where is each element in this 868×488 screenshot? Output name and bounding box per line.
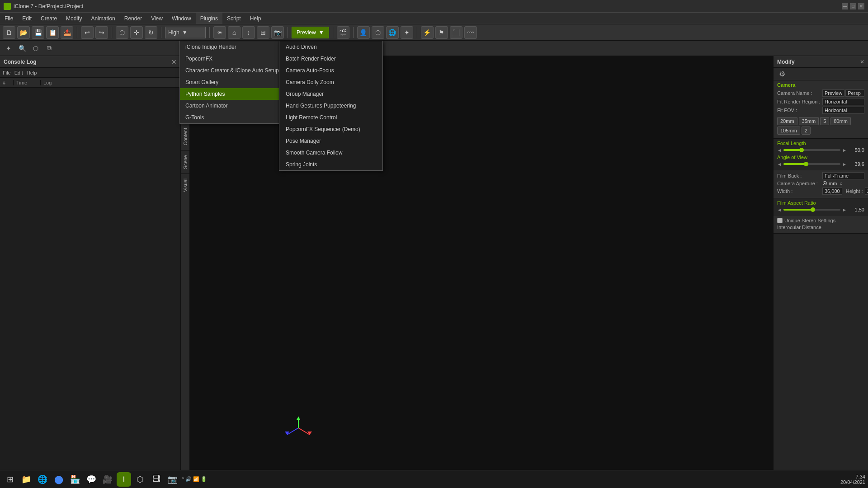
taskbar-explorer[interactable]: 📁 xyxy=(19,472,33,487)
mm-2[interactable]: 2 xyxy=(802,127,811,135)
focal-track[interactable] xyxy=(783,149,840,151)
open-button[interactable]: 📂 xyxy=(17,26,30,39)
move-button[interactable]: ✛ xyxy=(130,26,143,39)
py-group-manager[interactable]: Group Manager xyxy=(279,88,382,100)
path-btn[interactable]: 〰 xyxy=(464,26,477,39)
scene-btn[interactable]: 🌐 xyxy=(386,26,399,39)
mm-105[interactable]: 105mm xyxy=(777,127,800,135)
plugins-smart-gallery[interactable]: Smart Gallery ▶ xyxy=(180,76,288,88)
py-audio-driven[interactable]: Audio Driven xyxy=(279,41,382,53)
aspect-track[interactable] xyxy=(783,209,840,211)
plugins-g-tools[interactable]: G-Tools ▶ xyxy=(180,112,288,123)
menu-window[interactable]: Window xyxy=(167,13,196,24)
angle-right-arrow[interactable]: ► xyxy=(842,162,847,167)
quality-dropdown[interactable]: High ▼ xyxy=(165,27,206,38)
record-btn[interactable]: ⬛ xyxy=(450,26,462,39)
redo-button[interactable]: ↪ xyxy=(95,26,108,39)
taskbar-appstore[interactable]: 🏪 xyxy=(68,472,82,487)
py-camera-auto-focus[interactable]: Camera Auto-Focus xyxy=(279,65,382,76)
save-button[interactable]: 💾 xyxy=(32,26,44,39)
console-edit[interactable]: Edit xyxy=(14,70,23,75)
actor-button[interactable]: 👤 xyxy=(357,26,370,39)
taskbar-browser[interactable]: 🌐 xyxy=(35,472,50,487)
grid-button[interactable]: ⊞ xyxy=(257,26,269,39)
console-file[interactable]: File xyxy=(3,70,11,75)
focal-left-arrow[interactable]: ◄ xyxy=(777,148,782,153)
py-spring-joints[interactable]: Spring Joints xyxy=(279,159,382,170)
angle-thumb[interactable] xyxy=(804,162,808,166)
py-light-remote[interactable]: Light Remote Control xyxy=(279,112,382,123)
aspect-right-arrow[interactable]: ► xyxy=(842,207,847,212)
tab-scene[interactable]: Scene xyxy=(181,150,189,174)
rotate-button[interactable]: ↻ xyxy=(145,26,157,39)
focal-right-arrow[interactable]: ► xyxy=(842,148,847,153)
py-smooth-camera[interactable]: Smooth Camera Follow xyxy=(279,147,382,159)
aspect-thumb[interactable] xyxy=(811,207,815,212)
taskbar-icon2[interactable]: 🎞 xyxy=(149,472,164,487)
taskbar-chrome[interactable]: ⬤ xyxy=(52,472,66,487)
taskbar-zoom[interactable]: 🎥 xyxy=(100,472,115,487)
taskbar-msg[interactable]: 💬 xyxy=(84,472,99,487)
minimize-button[interactable]: — xyxy=(842,3,848,9)
video-button[interactable]: 🎬 xyxy=(337,26,349,39)
console-close[interactable]: ✕ xyxy=(171,58,177,66)
angle-track[interactable] xyxy=(783,163,840,165)
zoom-btn[interactable]: 🔍 xyxy=(16,42,28,54)
taskbar-icon3[interactable]: 📷 xyxy=(165,472,180,487)
py-pose-manager[interactable]: Pose Manager xyxy=(279,135,382,147)
move2-btn[interactable]: ⬡ xyxy=(30,42,42,54)
menu-help[interactable]: Help xyxy=(245,13,266,24)
py-popcornfx-seq[interactable]: PopcornFX Sequencer (Demo) xyxy=(279,123,382,135)
taskbar-iclone[interactable]: i xyxy=(117,472,131,487)
modify-settings-icon[interactable]: ⚙ xyxy=(776,68,788,80)
new-button[interactable]: 🗋 xyxy=(3,26,15,39)
mm-35[interactable]: 35mm xyxy=(799,117,819,125)
console-help[interactable]: Help xyxy=(27,70,37,75)
py-camera-dolly-zoom[interactable]: Camera Dolly Zoom xyxy=(279,76,382,88)
save-as-button[interactable]: 📋 xyxy=(46,26,59,39)
tab-content[interactable]: Content xyxy=(181,123,189,150)
taskbar-start[interactable]: ⊞ xyxy=(3,472,17,487)
modify-close[interactable]: ✕ xyxy=(860,59,864,65)
plugins-cartoon-animator[interactable]: Cartoon Animator xyxy=(180,100,288,112)
menu-file[interactable]: File xyxy=(0,13,18,24)
select2-btn[interactable]: ✦ xyxy=(3,42,14,54)
fx-btn[interactable]: ✦ xyxy=(401,26,413,39)
home-button[interactable]: ⌂ xyxy=(228,26,241,39)
motion-btn[interactable]: ⚡ xyxy=(421,26,434,39)
menu-script[interactable]: Script xyxy=(222,13,245,24)
transform-btn[interactable]: ⧉ xyxy=(43,42,55,54)
undo-button[interactable]: ↩ xyxy=(81,26,94,39)
menu-create[interactable]: Create xyxy=(36,13,61,24)
plugins-popcornfx[interactable]: PopcornFX ▶ xyxy=(180,53,288,65)
light-button[interactable]: ☀ xyxy=(213,26,226,39)
window-controls[interactable]: — □ ✕ xyxy=(842,3,864,9)
camera-persp-btn[interactable]: Persp xyxy=(845,89,864,97)
mm-80[interactable]: 80mm xyxy=(830,117,851,125)
close-button[interactable]: ✕ xyxy=(858,3,864,9)
plugins-python-samples[interactable]: Python Samples ▶ xyxy=(180,88,288,100)
menu-edit[interactable]: Edit xyxy=(18,13,36,24)
menu-view[interactable]: View xyxy=(146,13,167,24)
preview-button[interactable]: Preview ▼ xyxy=(292,27,329,38)
menu-animation[interactable]: Animation xyxy=(86,13,119,24)
select-button[interactable]: ⬡ xyxy=(116,26,128,39)
aspect-left-arrow[interactable]: ◄ xyxy=(777,207,782,212)
mm-5[interactable]: 5 xyxy=(820,117,829,125)
maximize-button[interactable]: □ xyxy=(850,3,856,9)
plugins-character-creator[interactable]: Character Creator & iClone Auto Setup ▶ xyxy=(180,65,288,76)
menu-modify[interactable]: Modify xyxy=(61,13,86,24)
flag-btn[interactable]: ⚑ xyxy=(435,26,448,39)
export-button[interactable]: 📤 xyxy=(61,26,73,39)
tab-visual[interactable]: Visual xyxy=(181,174,189,197)
focal-thumb[interactable] xyxy=(799,148,804,152)
py-batch-render[interactable]: Batch Render Folder xyxy=(279,53,382,65)
menu-plugins[interactable]: Plugins xyxy=(196,13,222,24)
menu-render[interactable]: Render xyxy=(120,13,146,24)
taskbar-icon1[interactable]: ⬡ xyxy=(133,472,147,487)
plugins-iclone-indigo[interactable]: iClone Indigo Render ▶ xyxy=(180,41,288,53)
mm-20[interactable]: 20mm xyxy=(777,117,797,125)
camera-button[interactable]: 📷 xyxy=(271,26,284,39)
py-hand-gestures[interactable]: Hand Gestures Puppeteering xyxy=(279,100,382,112)
prop-button[interactable]: ⬡ xyxy=(372,26,384,39)
